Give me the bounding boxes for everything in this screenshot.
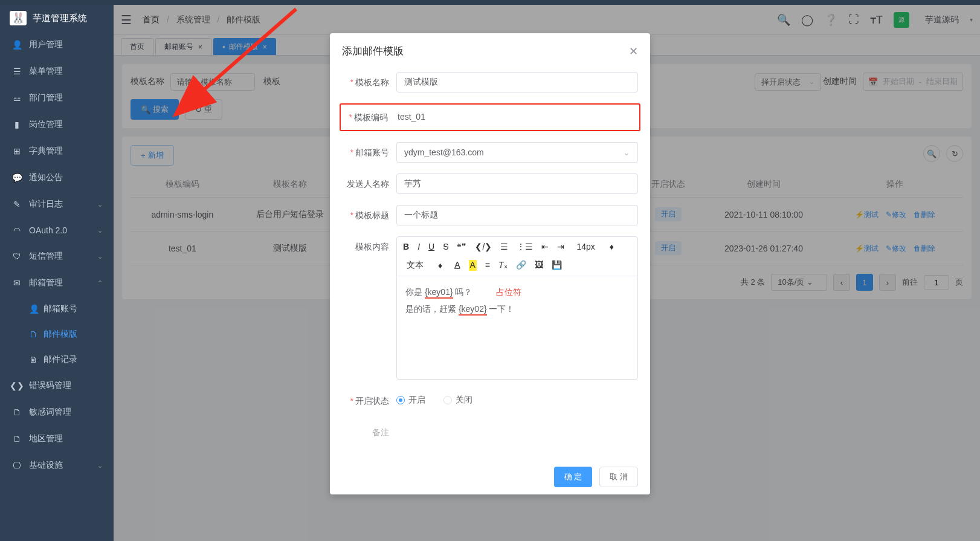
dict-icon: ⊞: [12, 146, 22, 156]
logo-icon: 🐰: [10, 11, 27, 25]
chevron-down-icon: ⌄: [97, 201, 103, 209]
chevron-up-icon: ⌃: [97, 279, 103, 287]
menu-oauth[interactable]: ◠ OAuth 2.0 ⌄: [0, 218, 114, 243]
menu-dept-mgmt[interactable]: ⚍ 部门管理: [0, 85, 114, 111]
font-color-icon[interactable]: A: [454, 260, 460, 271]
mail-icon: ✉: [12, 278, 22, 288]
code-icon[interactable]: ❮/❯: [475, 242, 492, 251]
bold-icon[interactable]: B: [403, 242, 409, 251]
bg-color-icon[interactable]: A: [469, 260, 477, 271]
chevron-down-icon: ⌄: [97, 227, 103, 235]
menu-dict-mgmt[interactable]: ⊞ 字典管理: [0, 138, 114, 164]
label-status: 开启状态: [355, 396, 389, 406]
oauth-icon: ◠: [12, 225, 22, 235]
input-name[interactable]: [396, 72, 638, 92]
select-account[interactable]: ydym_test@163.com ⌄: [396, 142, 638, 163]
menu-icon: ☰: [12, 66, 22, 76]
modal-title: 添加邮件模版: [342, 44, 404, 58]
label-remark: 备注: [372, 427, 389, 437]
indent-icon[interactable]: ⇥: [557, 242, 564, 251]
shield-icon: 🛡: [12, 251, 22, 261]
editor-body[interactable]: 你是 {key01} 吗？ 占位符 是的话，赶紧 {key02} 一下！: [397, 276, 637, 379]
menu-audit[interactable]: ✎ 审计日志 ⌄: [0, 191, 114, 218]
menu-area[interactable]: 🗋 地区管理: [0, 426, 114, 452]
label-content: 模板内容: [355, 242, 389, 251]
label-sender: 发送人名称: [347, 179, 389, 189]
outdent-icon[interactable]: ⇤: [541, 242, 549, 251]
audit-icon: ✎: [12, 199, 22, 209]
message-icon: 💬: [12, 173, 22, 183]
label-subject: 模板标题: [355, 210, 389, 220]
input-sender[interactable]: [396, 173, 638, 194]
code-icon: ❮❯: [12, 381, 22, 390]
input-subject[interactable]: [396, 205, 638, 225]
fontsize-select[interactable]: 14px ♦: [573, 242, 617, 251]
radio-close[interactable]: 关闭: [443, 395, 472, 406]
logo: 🐰 芋道管理系统: [0, 5, 114, 31]
chevron-down-icon: ⌄: [97, 253, 103, 261]
menu-post-mgmt[interactable]: ▮ 岗位管理: [0, 111, 114, 138]
document-icon: 🗎: [29, 355, 37, 364]
infra-icon: 🖵: [12, 461, 22, 470]
strike-icon[interactable]: S: [443, 242, 448, 251]
label-name: 模板名称: [355, 77, 389, 87]
post-icon: ▮: [12, 120, 22, 129]
word-icon: 🗋: [12, 407, 22, 417]
italic-icon[interactable]: I: [417, 242, 420, 251]
menu-mail[interactable]: ✉ 邮箱管理 ⌃: [0, 270, 114, 296]
label-account: 邮箱账号: [355, 147, 389, 157]
rich-editor: B I U S ❝❞ ❮/❯ ☰ ⋮☰ ⇤ ⇥ 14px ♦ 文本 ♦ A A …: [396, 236, 638, 380]
radio-open[interactable]: 开启: [396, 395, 425, 406]
submenu-mail-log[interactable]: 🗎 邮件记录: [0, 347, 114, 372]
app-title: 芋道管理系统: [33, 13, 87, 24]
annotation-placeholder: 占位符: [496, 287, 521, 297]
input-code[interactable]: [395, 107, 637, 126]
submenu-mail-account[interactable]: 👤 邮箱账号: [0, 296, 114, 322]
menu-notice[interactable]: 💬 通知公告: [0, 164, 114, 191]
sidebar: 🐰 芋道管理系统 👤 用户管理 ☰ 菜单管理 ⚍ 部门管理 ▮ 岗位管理 ⊞ 字…: [0, 5, 114, 541]
list-ul-icon[interactable]: ⋮☰: [517, 242, 533, 251]
clear-format-icon[interactable]: Tₓ: [498, 260, 508, 271]
label-code: 模板编码: [354, 112, 388, 122]
save-icon[interactable]: 💾: [552, 260, 562, 271]
menu-sms[interactable]: 🛡 短信管理 ⌄: [0, 243, 114, 270]
tree-icon: ⚍: [12, 93, 22, 103]
cancel-button[interactable]: 取 消: [599, 467, 638, 487]
link-icon[interactable]: 🔗: [516, 260, 526, 271]
underline-icon[interactable]: U: [428, 242, 434, 251]
template-icon: 🗋: [29, 329, 37, 339]
heading-select[interactable]: 文本 ♦: [403, 260, 446, 271]
list-ol-icon[interactable]: ☰: [500, 242, 508, 251]
menu-user-mgmt[interactable]: 👤 用户管理: [0, 31, 114, 58]
menu-error-code[interactable]: ❮❯ 错误码管理: [0, 372, 114, 399]
user-icon: 👤: [29, 304, 37, 314]
align-icon[interactable]: ≡: [485, 260, 490, 271]
close-icon[interactable]: ✕: [629, 45, 638, 58]
editor-toolbar: B I U S ❝❞ ❮/❯ ☰ ⋮☰ ⇤ ⇥ 14px ♦ 文本 ♦ A A …: [397, 237, 637, 276]
area-icon: 🗋: [12, 434, 22, 444]
quote-icon[interactable]: ❝❞: [457, 242, 466, 251]
menu-menu-mgmt[interactable]: ☰ 菜单管理: [0, 58, 114, 85]
confirm-button[interactable]: 确 定: [554, 467, 593, 487]
chevron-down-icon: ⌄: [623, 147, 630, 157]
submenu-mail-template[interactable]: 🗋 邮件模版: [0, 322, 114, 347]
menu-sensitive-word[interactable]: 🗋 敏感词管理: [0, 399, 114, 426]
chevron-down-icon: ⌄: [97, 462, 103, 470]
menu-infra[interactable]: 🖵 基础设施 ⌄: [0, 452, 114, 479]
image-icon[interactable]: 🖼: [535, 260, 543, 271]
user-icon: 👤: [12, 40, 22, 50]
add-template-modal: 添加邮件模版 ✕ *模板名称 *模板编码 *邮箱账号 ydym_test@163…: [330, 33, 650, 494]
